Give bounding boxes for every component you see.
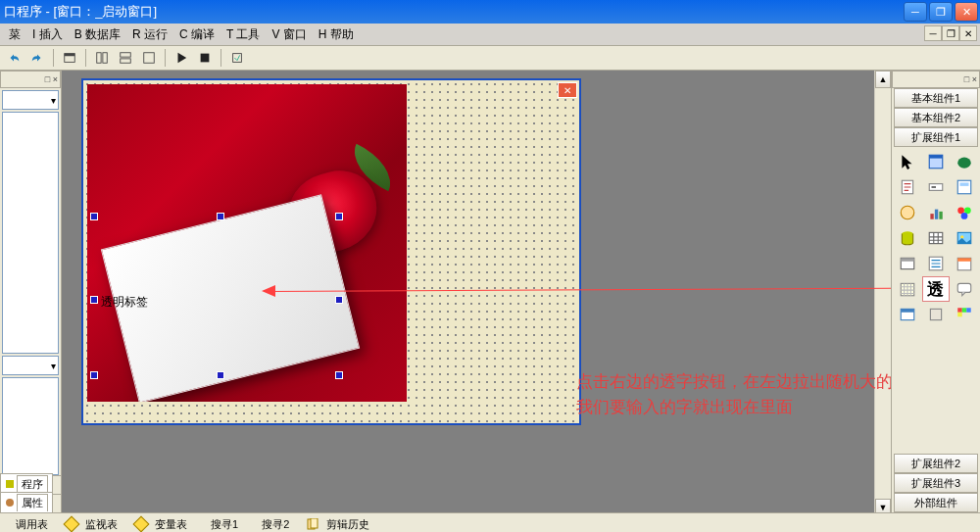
resize-handle[interactable] — [90, 213, 98, 220]
status-vars[interactable]: 变量表 — [135, 517, 193, 532]
svg-point-18 — [902, 206, 915, 219]
svg-rect-39 — [957, 308, 962, 313]
pointer-tool-icon[interactable] — [894, 149, 922, 174]
annotation-arrow-head — [262, 285, 275, 297]
status-bar: 调用表 监视表 变量表 搜寻1 搜寻2 剪辑历史 — [0, 512, 980, 532]
menu-item[interactable]: 菜 — [9, 26, 21, 43]
globe-icon[interactable] — [894, 200, 922, 225]
status-calltable[interactable]: 调用表 — [10, 517, 54, 532]
svg-point-22 — [957, 207, 964, 214]
left-tabs2: 属性 — [0, 494, 61, 512]
svg-point-13 — [957, 158, 971, 169]
tool-undo-icon[interactable] — [3, 48, 24, 68]
mdi-minimize[interactable]: ─ — [924, 25, 942, 41]
group-ext1[interactable]: 扩展组件1 — [894, 127, 978, 147]
svg-rect-9 — [6, 480, 14, 488]
svg-rect-33 — [957, 258, 971, 261]
edit-icon[interactable] — [922, 174, 951, 200]
menu-item[interactable]: C 编译 — [179, 26, 215, 43]
svg-rect-42 — [957, 313, 962, 317]
tool-layout1-icon[interactable] — [91, 48, 113, 68]
menu-item[interactable]: H 帮助 — [318, 26, 354, 43]
form-icon[interactable] — [922, 149, 951, 174]
panel-dropdown2[interactable]: ▾ — [2, 356, 59, 375]
property-list[interactable] — [2, 377, 59, 475]
chart-icon[interactable] — [922, 200, 951, 225]
svg-rect-35 — [957, 283, 971, 292]
window-icon[interactable] — [894, 302, 922, 327]
database-icon[interactable] — [894, 225, 922, 251]
designer-area[interactable]: ✕ 透明标签 点击 — [62, 71, 892, 512]
form2-icon[interactable] — [950, 174, 978, 200]
tool-build-icon[interactable] — [226, 48, 248, 68]
tooltip-icon[interactable] — [950, 276, 978, 302]
mdi-restore[interactable]: ❐ — [942, 25, 959, 41]
resize-handle[interactable] — [90, 371, 98, 379]
panel-header: □ × — [892, 71, 980, 88]
tab-property[interactable]: 属性 — [0, 492, 53, 512]
scroll-down-icon[interactable]: ▼ — [875, 499, 891, 512]
turtle-icon[interactable] — [950, 149, 978, 174]
tab-program[interactable]: 程序 — [0, 473, 53, 494]
status-watch[interactable]: 监视表 — [66, 517, 123, 532]
tool-layout3-icon[interactable] — [138, 48, 160, 68]
form-canvas[interactable]: ✕ 透明标签 — [81, 78, 581, 425]
svg-rect-6 — [144, 53, 155, 64]
tool-window-icon[interactable] — [59, 48, 80, 68]
close-button[interactable]: ✕ — [955, 2, 978, 22]
panel-icon[interactable] — [922, 302, 951, 327]
palette-icon[interactable] — [950, 200, 978, 225]
picture-icon[interactable] — [950, 225, 978, 251]
project-list[interactable] — [2, 112, 59, 354]
resize-handle[interactable] — [217, 213, 224, 220]
title-bar: 口程序 - [窗口：_启动窗口] ─ ❐ ✕ — [0, 0, 980, 24]
scroll-track[interactable] — [875, 88, 891, 499]
form-close-icon[interactable]: ✕ — [558, 82, 577, 98]
scroll-up-icon[interactable]: ▲ — [875, 71, 891, 88]
resize-handle[interactable] — [335, 296, 343, 304]
menu-item[interactable]: T 工具 — [226, 26, 260, 43]
doc-icon[interactable] — [894, 174, 922, 200]
menu-item[interactable]: V 窗口 — [271, 26, 306, 43]
menu-item[interactable]: I 插入 — [32, 26, 63, 43]
svg-rect-2 — [97, 53, 101, 64]
mdi-close[interactable]: ✕ — [959, 25, 977, 41]
panel-dropdown[interactable]: ▾ — [2, 90, 59, 110]
color-icon[interactable] — [950, 302, 978, 327]
resize-handle[interactable] — [217, 371, 224, 379]
svg-rect-12 — [929, 155, 943, 158]
panel-header-glyph[interactable]: □ × — [45, 74, 58, 84]
svg-rect-20 — [935, 210, 938, 219]
group-basic1[interactable]: 基本组件1 — [894, 88, 978, 108]
minimize-button[interactable]: ─ — [904, 2, 927, 22]
svg-rect-1 — [65, 54, 75, 57]
tool-layout2-icon[interactable] — [115, 48, 136, 68]
transparent-label[interactable]: 透明标签 — [101, 294, 148, 311]
group-ext2[interactable]: 扩展组件2 — [894, 454, 978, 473]
status-search2[interactable]: 搜寻2 — [256, 517, 295, 532]
resize-handle[interactable] — [335, 371, 343, 379]
table-icon[interactable] — [922, 225, 951, 251]
group-basic2[interactable]: 基本组件2 — [894, 108, 978, 127]
toolbar — [0, 46, 980, 71]
tool-stop-icon[interactable] — [194, 48, 216, 68]
svg-rect-19 — [930, 214, 933, 219]
svg-rect-38 — [930, 309, 941, 319]
group-ext3[interactable]: 扩展组件3 — [894, 473, 978, 493]
menu-item[interactable]: R 运行 — [132, 26, 168, 43]
tool-redo-icon[interactable] — [26, 48, 48, 68]
transparent-label-icon[interactable]: 透 — [922, 276, 951, 302]
menu-item[interactable]: B 数据库 — [74, 26, 121, 43]
vertical-scrollbar[interactable]: ▲ ▼ — [874, 71, 891, 512]
tool-run-icon[interactable] — [171, 48, 192, 68]
calendar-icon[interactable] — [950, 251, 978, 276]
resize-handle[interactable] — [335, 213, 343, 220]
group-external[interactable]: 外部组件 — [894, 493, 978, 512]
status-clip[interactable]: 剪辑历史 — [307, 517, 375, 532]
status-search1[interactable]: 搜寻1 — [205, 517, 244, 532]
list-icon[interactable] — [922, 251, 951, 276]
month-icon[interactable] — [894, 276, 922, 302]
resize-handle[interactable] — [90, 296, 98, 304]
maximize-button[interactable]: ❐ — [929, 2, 953, 22]
grid-icon[interactable] — [894, 251, 922, 276]
